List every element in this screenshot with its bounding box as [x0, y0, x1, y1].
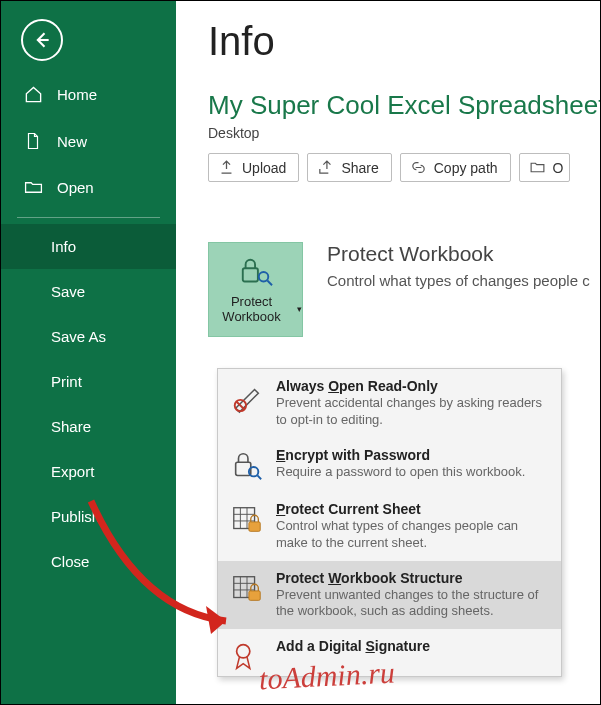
sidebar-item-label: Share — [51, 418, 91, 435]
signature-ribbon-icon — [228, 638, 266, 674]
upload-button[interactable]: Upload — [208, 153, 299, 182]
back-arrow-icon — [32, 30, 52, 50]
workbook-lock-icon — [228, 570, 266, 621]
new-icon — [23, 132, 43, 150]
sheet-lock-icon — [228, 501, 266, 552]
document-location: Desktop — [208, 125, 600, 141]
sidebar-item-label: Save As — [51, 328, 106, 345]
sidebar-item-label: Close — [51, 553, 89, 570]
sidebar-item-label: Publish — [51, 508, 100, 525]
menu-item-digital-signature[interactable]: Add a Digital Signature — [218, 629, 561, 676]
share-button[interactable]: Share — [307, 153, 391, 182]
share-icon — [317, 159, 334, 176]
file-actions: Upload Share Copy path O — [208, 153, 600, 182]
svg-rect-6 — [249, 522, 260, 531]
sidebar-item-share[interactable]: Share — [1, 404, 176, 449]
menu-item-title: Encrypt with Password — [276, 447, 525, 463]
tile-label: Protect Workbook — [209, 295, 294, 325]
sidebar-item-home[interactable]: Home — [1, 71, 176, 118]
svg-rect-0 — [242, 268, 257, 281]
sidebar-item-label: Save — [51, 283, 85, 300]
menu-item-title: Always Open Read-Only — [276, 378, 551, 394]
link-icon — [410, 159, 427, 176]
open-location-button[interactable]: O — [519, 153, 571, 182]
sidebar-item-label: Home — [57, 86, 97, 103]
protect-workbook-menu: Always Open Read-Only Prevent accidental… — [217, 368, 562, 677]
menu-item-desc: Control what types of changes people can… — [276, 518, 551, 552]
button-label: Share — [341, 160, 378, 176]
svg-rect-8 — [249, 590, 260, 599]
backstage-sidebar: Home New Open Info Save Save As Print — [1, 1, 176, 704]
sidebar-item-label: Print — [51, 373, 82, 390]
sidebar-item-label: Info — [51, 238, 76, 255]
sidebar-item-save-as[interactable]: Save As — [1, 314, 176, 359]
menu-item-protect-sheet[interactable]: Protect Current Sheet Control what types… — [218, 492, 561, 561]
sidebar-divider — [17, 217, 160, 218]
protect-heading: Protect Workbook — [327, 242, 590, 266]
menu-item-protect-structure[interactable]: Protect Workbook Structure Prevent unwan… — [218, 561, 561, 630]
sidebar-item-open[interactable]: Open — [1, 164, 176, 211]
sidebar-item-close[interactable]: Close — [1, 539, 176, 584]
sidebar-item-info[interactable]: Info — [1, 224, 176, 269]
chevron-down-icon: ▾ — [297, 304, 302, 314]
button-label: O — [553, 160, 564, 176]
sidebar-item-export[interactable]: Export — [1, 449, 176, 494]
menu-item-title: Add a Digital Signature — [276, 638, 430, 654]
lock-key-icon — [228, 447, 266, 483]
menu-item-title: Protect Workbook Structure — [276, 570, 551, 586]
sidebar-item-print[interactable]: Print — [1, 359, 176, 404]
document-title: My Super Cool Excel Spreadsheet — [208, 90, 600, 121]
home-icon — [23, 85, 43, 104]
button-label: Upload — [242, 160, 286, 176]
copy-path-button[interactable]: Copy path — [400, 153, 511, 182]
sidebar-item-label: Open — [57, 179, 94, 196]
sidebar-item-save[interactable]: Save — [1, 269, 176, 314]
back-button[interactable] — [21, 19, 63, 61]
menu-item-open-read-only[interactable]: Always Open Read-Only Prevent accidental… — [218, 369, 561, 438]
menu-item-encrypt-password[interactable]: Encrypt with Password Require a password… — [218, 438, 561, 492]
menu-item-title: Protect Current Sheet — [276, 501, 551, 517]
sidebar-item-label: Export — [51, 463, 94, 480]
protect-workbook-tile[interactable]: Protect Workbook ▾ — [208, 242, 303, 337]
svg-point-1 — [258, 272, 267, 281]
svg-point-9 — [237, 645, 250, 658]
pencil-forbidden-icon — [228, 378, 266, 429]
folder-open-icon — [23, 178, 43, 197]
folder-icon — [529, 159, 546, 176]
sidebar-item-publish[interactable]: Publish — [1, 494, 176, 539]
menu-item-desc: Prevent unwanted changes to the structur… — [276, 587, 551, 621]
upload-icon — [218, 159, 235, 176]
menu-item-desc: Require a password to open this workbook… — [276, 464, 525, 481]
sidebar-item-label: New — [57, 133, 87, 150]
lock-search-icon — [237, 255, 275, 289]
page-title: Info — [208, 19, 600, 64]
menu-item-desc: Prevent accidental changes by asking rea… — [276, 395, 551, 429]
button-label: Copy path — [434, 160, 498, 176]
sidebar-item-new[interactable]: New — [1, 118, 176, 164]
protect-description: Control what types of changes people c — [327, 272, 590, 289]
